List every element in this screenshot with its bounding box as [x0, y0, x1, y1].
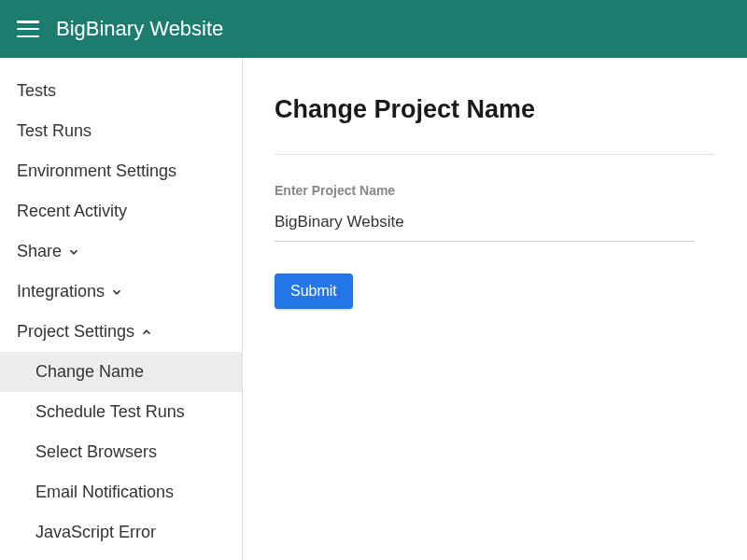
sidebar-sub-email-notifications[interactable]: Email Notifications [0, 472, 242, 512]
page-title: Change Project Name [275, 95, 715, 124]
sidebar-item-label: Environment Settings [17, 161, 176, 181]
sidebar-item-label: Integrations [17, 282, 105, 301]
project-name-label: Enter Project Name [275, 183, 715, 198]
sidebar-item-share[interactable]: Share [0, 231, 242, 272]
project-name-input[interactable] [275, 207, 695, 242]
sidebar-item-label: Email Notifications [35, 483, 174, 502]
sidebar-item-label: Project Settings [17, 322, 134, 342]
sidebar-item-test-runs[interactable]: Test Runs [0, 111, 242, 151]
sidebar-item-label: Tests [17, 81, 56, 101]
sidebar-sub-schedule-test-runs[interactable]: Schedule Test Runs [0, 392, 242, 432]
sidebar-sub-grouping-of-tests[interactable]: Grouping of Tests [0, 553, 242, 560]
sidebar-item-label: JavaScript Error [35, 523, 156, 542]
hamburger-menu-icon[interactable] [17, 21, 39, 37]
sidebar-sub-change-name[interactable]: Change Name [0, 352, 242, 392]
sidebar-item-project-settings[interactable]: Project Settings [0, 312, 242, 352]
app-header: BigBinary Website [0, 0, 747, 58]
submit-button[interactable]: Submit [275, 273, 353, 309]
sidebar-item-label: Change Name [35, 362, 144, 382]
app-title: BigBinary Website [56, 17, 223, 41]
sidebar-item-environment-settings[interactable]: Environment Settings [0, 151, 242, 191]
sidebar-item-label: Test Runs [17, 121, 92, 141]
chevron-down-icon [110, 286, 123, 299]
sidebar: Tests Test Runs Environment Settings Rec… [0, 58, 243, 560]
sidebar-item-label: Schedule Test Runs [35, 402, 185, 422]
sidebar-sub-javascript-error[interactable]: JavaScript Error [0, 512, 242, 553]
sidebar-item-recent-activity[interactable]: Recent Activity [0, 191, 242, 231]
main-content: Change Project Name Enter Project Name S… [243, 58, 747, 560]
sidebar-sub-select-browsers[interactable]: Select Browsers [0, 432, 242, 472]
divider [275, 154, 715, 155]
sidebar-item-integrations[interactable]: Integrations [0, 272, 242, 312]
chevron-up-icon [140, 326, 153, 339]
sidebar-item-label: Recent Activity [17, 202, 127, 221]
sidebar-item-tests[interactable]: Tests [0, 71, 242, 111]
chevron-down-icon [67, 245, 80, 259]
sidebar-item-label: Select Browsers [35, 442, 157, 462]
sidebar-item-label: Share [17, 242, 62, 261]
